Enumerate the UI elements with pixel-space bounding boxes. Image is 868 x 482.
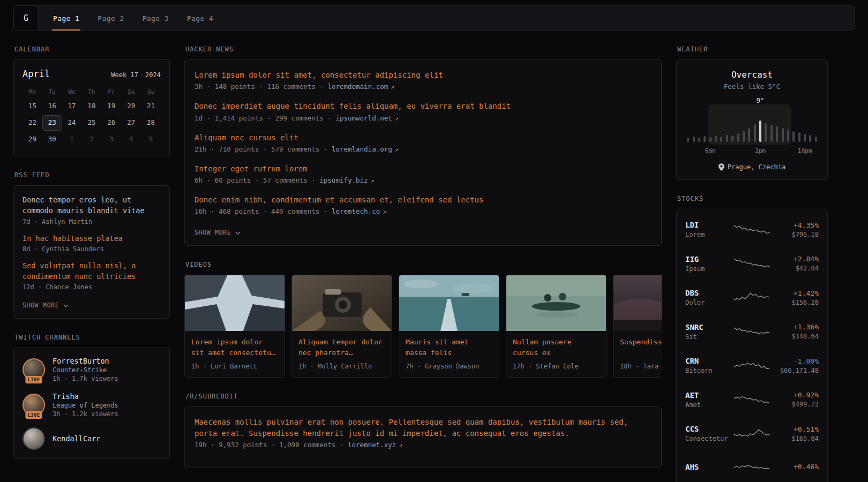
weather-bar xyxy=(770,125,773,142)
rss-show-more-label: SHOW MORE xyxy=(23,302,59,309)
tab-page-1[interactable]: Page 1 xyxy=(44,6,88,31)
rss-card: Donec tempor eros leo, ut commodo mauris… xyxy=(13,185,170,319)
weather-bar xyxy=(787,130,789,142)
weather-section-title: WEATHER xyxy=(677,46,827,53)
calendar-section: CALENDAR April Week 17·2024 MoTuWeThFrSa… xyxy=(13,46,170,156)
calendar-day-selected: 23 xyxy=(42,115,62,131)
video-title: Aliquam tempor dolor nec pharetra… xyxy=(298,337,385,358)
rss-item: Sed volutpat nulla nisl, a condimentum n… xyxy=(23,260,161,291)
calendar-day: 3 xyxy=(101,132,121,147)
calendar-weekday: Su xyxy=(141,85,161,99)
rss-item-title[interactable]: Sed volutpat nulla nisl, a condimentum n… xyxy=(23,260,161,282)
weather-section: WEATHER Overcast Feels like 5°C 9° 6am2p… xyxy=(676,46,828,180)
weather-bar xyxy=(792,131,795,142)
video-card[interactable]: Suspendisse diam18h · Tara xyxy=(613,275,662,378)
video-title: Suspendisse diam xyxy=(620,337,662,358)
tab-page-4[interactable]: Page 4 xyxy=(178,6,222,31)
weather-bar xyxy=(737,133,739,142)
avatar xyxy=(23,427,45,450)
avatar: LIVE xyxy=(23,394,45,416)
hackernews-section: HACKER NEWS Lorem ipsum dolor sit amet, … xyxy=(184,46,662,246)
rss-item-title[interactable]: Donec tempor eros leo, ut commodo mauris… xyxy=(23,194,161,216)
stock-ticker: IIG xyxy=(685,255,732,263)
news-item-title[interactable]: Integer eget rutrum lorem xyxy=(194,163,652,174)
video-card[interactable]: Mauris sit amet massa felis7h · Grayson … xyxy=(399,275,499,378)
weather-bar xyxy=(748,128,750,142)
calendar-day: 27 xyxy=(121,115,141,131)
news-item-title[interactable]: Donec enim nibh, condimentum et accumsan… xyxy=(194,194,652,205)
news-item-domain[interactable]: loremdomain.com xyxy=(327,82,388,91)
news-item: Maecenas mollis pulvinar erat non posuer… xyxy=(194,417,652,449)
video-card[interactable]: Aliquam tempor dolor nec pharetra…1h · M… xyxy=(291,275,392,378)
stock-row[interactable]: LDILorem+4.35%$795.18 xyxy=(685,213,819,247)
calendar-weekday: Tu xyxy=(42,85,62,99)
video-meta: 18h · Tara xyxy=(620,363,662,370)
stock-ticker: LDI xyxy=(685,221,732,229)
stock-ticker: SNRC xyxy=(685,323,732,332)
rss-item-title[interactable]: In hac habitasse platea xyxy=(23,233,161,244)
news-item-domain[interactable]: loremtech.co xyxy=(332,207,380,215)
stock-change: +2.84% xyxy=(770,255,819,263)
calendar-day: 26 xyxy=(101,115,121,131)
calendar-day: 20 xyxy=(121,99,141,114)
hackernews-card: Lorem ipsum dolor sit amet, consectetur … xyxy=(184,59,662,246)
stock-row[interactable]: SNRCSit+1.36%$148.64 xyxy=(685,315,819,349)
weather-location: Prague, Czechia xyxy=(728,163,785,171)
calendar-card: April Week 17·2024 MoTuWeThFrSaSu 151617… xyxy=(13,59,170,156)
weather-bars xyxy=(685,110,819,142)
stock-name: Dolor xyxy=(685,299,732,306)
twitch-channel[interactable]: LIVETrishaLeague of Legends3h · 1.2k vie… xyxy=(23,392,161,418)
stock-row[interactable]: AHS+0.46% xyxy=(685,451,819,482)
tab-page-3[interactable]: Page 3 xyxy=(133,6,178,31)
stock-sparkline xyxy=(732,223,770,237)
news-item-title[interactable]: Lorem ipsum dolor sit amet, consectetur … xyxy=(194,70,652,80)
stock-change: +4.35% xyxy=(770,221,819,229)
calendar-separator: · xyxy=(138,71,145,79)
news-item-domain[interactable]: loremnet.xyz xyxy=(348,441,396,449)
hackernews-show-more-button[interactable]: SHOW MORE xyxy=(194,229,241,236)
stock-row[interactable]: IIGIpsum+2.84%$42.04 xyxy=(685,247,819,281)
stocks-section: STOCKS LDILorem+4.35%$795.18IIGIpsum+2.8… xyxy=(676,195,828,482)
stock-ticker: CCS xyxy=(685,425,732,433)
channel-name: KendallCarr xyxy=(53,434,100,443)
twitch-channel[interactable]: KendallCarr xyxy=(23,427,161,450)
news-item-title[interactable]: Maecenas mollis pulvinar erat non posuer… xyxy=(194,417,652,439)
weather-location-row: Prague, Czechia xyxy=(685,163,819,171)
video-meta: 7h · Grayson Dawson xyxy=(406,363,492,370)
calendar-year: 2024 xyxy=(145,71,161,79)
twitch-channel[interactable]: LIVEForrestBurtonCounter-Strike1h · 1.7k… xyxy=(23,357,161,382)
calendar-weekday-row: MoTuWeThFrSaSu xyxy=(23,85,161,99)
calendar-day: 5 xyxy=(141,132,161,147)
channel-meta: 1h · 1.7k viewers xyxy=(53,375,118,382)
stock-sparkline xyxy=(732,257,770,270)
video-card[interactable]: Lorem ipsum dolor sit amet consectetu…1h… xyxy=(184,275,285,378)
stock-row[interactable]: CRNBitcorn-1.00%$66,171.48 xyxy=(685,349,819,383)
rss-section: RSS FEED Donec tempor eros leo, ut commo… xyxy=(13,171,170,319)
channel-name: ForrestBurton xyxy=(53,357,118,365)
stock-price: $42.04 xyxy=(770,265,819,272)
news-item-title[interactable]: Aliquam nec cursus elit xyxy=(194,132,652,143)
news-item-domain[interactable]: ipsumify.biz xyxy=(319,176,368,184)
calendar-day: 16 xyxy=(42,99,62,114)
external-link-icon: ↗ xyxy=(395,146,399,153)
news-item-domain[interactable]: loremlandia.org xyxy=(332,145,392,153)
stock-sparkline xyxy=(732,359,770,373)
stock-price: $148.64 xyxy=(770,333,819,340)
video-card[interactable]: Nullam posuere cursus ex17h · Stefan Col… xyxy=(506,275,607,378)
calendar-month: April xyxy=(23,69,50,79)
calendar-day: 30 xyxy=(42,132,62,147)
news-item-domain[interactable]: ipsumworld.net xyxy=(335,114,392,122)
live-badge: LIVE xyxy=(25,376,42,383)
news-item-title[interactable]: Donec imperdiet augue tincidunt felis al… xyxy=(194,101,652,111)
weather-card: Overcast Feels like 5°C 9° 6am2pm10pm Pr… xyxy=(676,59,828,180)
tab-page-2[interactable]: Page 2 xyxy=(88,6,133,31)
stock-row[interactable]: AETAmet+0.92%$499.72 xyxy=(685,383,819,417)
weather-bar xyxy=(754,124,756,142)
rss-show-more-button[interactable]: SHOW MORE xyxy=(23,302,69,309)
stock-row[interactable]: DBSDolor+1.42%$156.28 xyxy=(685,281,819,315)
stock-name: Consectetur xyxy=(685,435,732,442)
weather-bar xyxy=(798,132,800,142)
weather-bar xyxy=(698,138,700,142)
stock-row[interactable]: CCSConsectetur+0.51%$165.84 xyxy=(685,417,819,451)
stocks-card: LDILorem+4.35%$795.18IIGIpsum+2.84%$42.0… xyxy=(676,209,828,482)
